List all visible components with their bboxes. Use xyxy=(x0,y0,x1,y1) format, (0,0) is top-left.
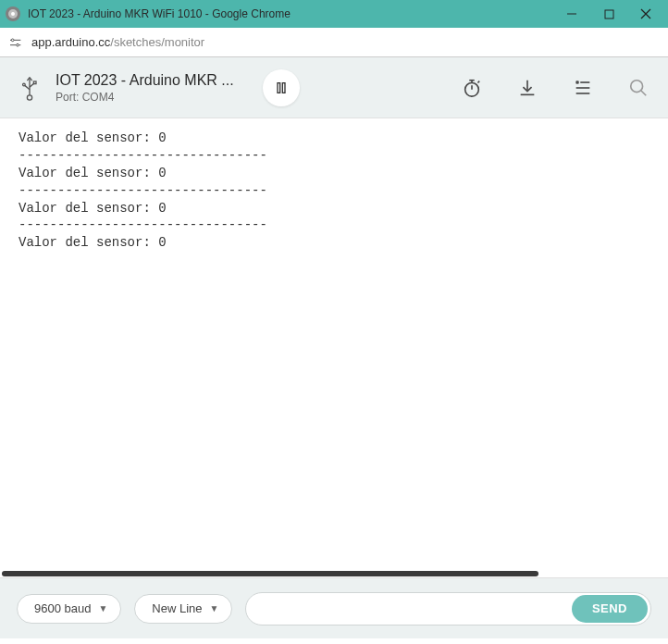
console-line: -------------------------------- xyxy=(19,147,649,165)
maximize-button[interactable] xyxy=(600,5,618,23)
monitor-header: IOT 2023 - Arduino MKR ... Port: COM4 xyxy=(0,57,668,118)
console-line: Valor del sensor: 0 xyxy=(19,200,649,217)
sketch-title: IOT 2023 - Arduino MKR ... xyxy=(56,72,241,89)
svg-point-12 xyxy=(27,94,31,99)
svg-point-6 xyxy=(11,39,14,42)
url-host: app.arduino.cc xyxy=(31,35,110,49)
svg-rect-19 xyxy=(33,81,36,84)
baud-label: 9600 baud xyxy=(34,601,91,615)
console-line: Valor del sensor: 0 xyxy=(19,234,649,252)
monitor-footer: 9600 baud ▼ New Line ▼ SEND xyxy=(0,577,668,638)
baud-select[interactable]: 9600 baud ▼ xyxy=(17,594,121,624)
close-button[interactable] xyxy=(637,5,655,23)
address-bar[interactable]: app.arduino.cc/sketches/monitor xyxy=(0,28,668,57)
svg-point-17 xyxy=(23,83,26,86)
url-path: /sketches/monitor xyxy=(110,35,204,49)
pause-button[interactable] xyxy=(263,69,300,106)
console-line: Valor del sensor: 0 xyxy=(19,165,649,182)
clear-button[interactable] xyxy=(570,75,596,101)
svg-line-16 xyxy=(25,85,30,89)
clear-icon xyxy=(573,78,593,98)
console-line: -------------------------------- xyxy=(19,182,649,200)
svg-point-1 xyxy=(11,12,15,16)
svg-rect-20 xyxy=(278,82,280,93)
stopwatch-icon xyxy=(462,78,482,98)
minimize-button[interactable] xyxy=(563,5,581,23)
search-button[interactable] xyxy=(625,75,651,101)
lineending-select[interactable]: New Line ▼ xyxy=(134,594,232,624)
svg-point-9 xyxy=(17,43,19,46)
lineending-label: New Line xyxy=(152,601,202,615)
url-text: app.arduino.cc/sketches/monitor xyxy=(31,35,204,49)
horizontal-scrollbar[interactable] xyxy=(0,570,668,577)
timer-button[interactable] xyxy=(459,75,485,101)
chrome-icon xyxy=(6,6,20,21)
search-icon xyxy=(628,78,649,98)
console-line: Valor del sensor: 0 xyxy=(19,130,649,147)
chevron-down-icon: ▼ xyxy=(210,603,219,613)
svg-rect-21 xyxy=(282,82,285,93)
download-button[interactable] xyxy=(514,75,540,101)
send-button[interactable]: SEND xyxy=(572,595,648,623)
serial-input[interactable] xyxy=(261,601,571,615)
svg-line-26 xyxy=(477,80,479,82)
window-title: IOT 2023 - Arduino MKR WiFi 1010 - Googl… xyxy=(28,7,563,20)
usb-icon xyxy=(17,75,43,101)
download-icon xyxy=(517,78,538,98)
chevron-down-icon: ▼ xyxy=(98,603,107,613)
svg-line-35 xyxy=(641,90,647,95)
site-settings-icon[interactable] xyxy=(7,34,24,51)
window-titlebar: IOT 2023 - Arduino MKR WiFi 1010 - Googl… xyxy=(0,0,668,28)
send-input-wrap: SEND xyxy=(245,592,651,625)
pause-icon xyxy=(274,80,289,95)
console-line: -------------------------------- xyxy=(19,217,649,234)
port-label: Port: COM4 xyxy=(56,91,241,104)
serial-console[interactable]: Valor del sensor: 0 --------------------… xyxy=(0,118,668,570)
scrollbar-thumb[interactable] xyxy=(2,571,538,576)
svg-rect-3 xyxy=(605,10,613,19)
svg-point-34 xyxy=(631,80,643,92)
